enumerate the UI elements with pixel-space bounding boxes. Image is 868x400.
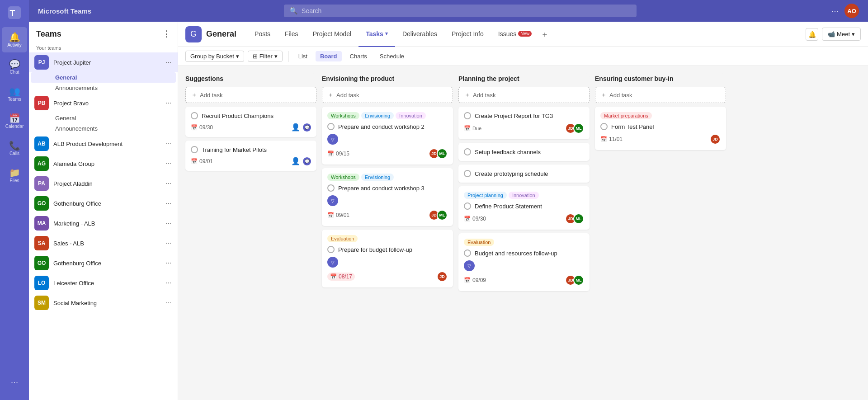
view-board-button[interactable]: Board [316,51,342,61]
team-item-leicester[interactable]: LO Leicester Office ··· [29,273,178,293]
search-input[interactable] [302,7,631,14]
add-task-envisioning[interactable]: ＋ Add task [322,87,453,103]
group-by-button[interactable]: Group by Bucket ▾ [185,51,244,62]
channel-item-announcements[interactable]: Announcements [31,83,176,93]
comment-icon-recruit[interactable]: 💬 [303,123,311,132]
tag-market-prep: Market preparations [600,112,652,119]
assign-icon-training[interactable]: 👤 [291,157,300,165]
team-more-sales[interactable]: ··· [163,238,174,248]
calendar-icon-w2: 📅 [327,151,334,157]
comment-icon-training[interactable]: 💬 [303,157,311,165]
task-card-workshop3[interactable]: Workshops Envisioning Prepare and conduc… [322,168,453,226]
rail-item-files[interactable]: 📁 Files [2,163,27,188]
team-more-gothenburg[interactable]: ··· [163,198,174,208]
task-card-prototype[interactable]: Create prototyping schedule [458,165,590,183]
filter-icon[interactable]: ⋮ [162,29,170,39]
task-card-form-test[interactable]: Market preparations Form Test Panel 📅 11… [595,107,726,150]
channel-item-general-bravo[interactable]: General [31,113,176,123]
task-card-workshop2[interactable]: Workshops Envisioning Innovation Prepare… [322,107,453,165]
team-item-project-jupiter[interactable]: PJ Project Jupiter ··· [29,52,178,72]
rail-item-teams[interactable]: 👥 Teams [2,81,27,107]
team-item-alb-product[interactable]: AB ALB Product Development ··· [29,134,178,154]
add-task-plus-icon: ＋ [191,91,197,99]
team-more-bravo[interactable]: ··· [163,98,174,108]
view-schedule-button[interactable]: Schedule [375,51,409,61]
channel-item-general[interactable]: General [31,72,176,83]
team-item-social[interactable]: SM Social Marketing ··· [29,293,178,313]
view-charts-button[interactable]: Charts [345,51,372,61]
team-item-gothenburg2[interactable]: GO Gothenburg Office ··· [29,253,178,273]
meet-button[interactable]: 📹 Meet ▾ [822,28,861,41]
rail-item-activity[interactable]: 🔔 Activity [2,27,27,52]
assign-icon-recruit[interactable]: 👤 [291,123,300,132]
team-item-aladdin[interactable]: PA Project Aladdin ··· [29,174,178,193]
task-row-recruit: Recruit Product Champions [191,112,311,119]
tab-files[interactable]: Files [278,22,306,47]
avatar-w3-2: ML [437,210,448,221]
rail-item-more[interactable]: ··· [2,369,27,395]
team-more-gothenburg2[interactable]: ··· [163,258,174,268]
task-card-training[interactable]: Training for Market Pilots 📅 09/01 👤 💬 [185,141,316,171]
team-item-alameda[interactable]: AG Alameda Group ··· [29,154,178,174]
tab-project-model[interactable]: Project Model [306,22,359,47]
task-check-budget-resources[interactable] [464,249,471,257]
task-check-budget[interactable] [327,246,335,253]
task-card-budget-resources[interactable]: Evaluation Budget and resources follow-u… [458,233,590,291]
add-task-suggestions[interactable]: ＋ Add task [185,87,316,103]
notification-button[interactable]: 🔔 [806,28,818,41]
task-check-product-statement[interactable] [464,202,471,210]
add-tab-button[interactable]: ＋ [539,27,551,42]
search-box[interactable]: 🔍 [284,5,637,17]
task-card-tg3[interactable]: Create Project Report for TG3 📅 Due JD M… [458,107,590,139]
task-footer-tg3: 📅 Due JD ML [464,123,584,134]
task-check-prototype[interactable] [464,170,471,177]
task-row-budget-resources: Budget and resources follow-up [464,249,584,257]
tab-project-info[interactable]: Project Info [444,22,491,47]
task-card-budget-followup[interactable]: Evaluation Prepare for budget follow-up … [322,230,453,287]
tab-deliverables[interactable]: Deliverables [395,22,444,47]
add-task-ensuring[interactable]: ＋ Add task [595,87,726,103]
avatar-group-budget: JD [437,271,448,282]
team-item-sales-alb[interactable]: SA Sales - ALB ··· [29,233,178,253]
task-card-recruit[interactable]: Recruit Product Champions 📅 09/30 👤 💬 [185,107,316,137]
task-check-workshop3[interactable] [327,184,335,192]
view-list-button[interactable]: List [294,51,312,61]
team-more-leicester[interactable]: ··· [163,278,174,288]
add-task-planning[interactable]: ＋ Add task [458,87,590,103]
task-check-feedback[interactable] [464,148,471,155]
team-more-alameda[interactable]: ··· [163,159,174,169]
team-more-alb[interactable]: ··· [163,139,174,149]
rail-item-calendar[interactable]: 📅 Calendar [2,108,27,134]
ellipsis-icon[interactable]: ⋯ [829,4,841,18]
team-name-jupiter: Project Jupiter [53,59,158,66]
tab-tasks[interactable]: Tasks ▾ [359,22,395,47]
team-item-project-bravo[interactable]: PB Project Bravo ··· [29,93,178,113]
rail-item-calls[interactable]: 📞 Calls [2,136,27,161]
task-date-value-recruit: 09/30 [199,124,213,131]
tab-posts[interactable]: Posts [247,22,278,47]
team-more-aladdin[interactable]: ··· [163,179,174,188]
rail-item-chat[interactable]: 💬 Chat [2,54,27,80]
team-more-marketing[interactable]: ··· [163,218,174,228]
task-check-form-test[interactable] [600,123,608,130]
team-more-jupiter[interactable]: ··· [163,57,174,67]
task-check-training[interactable] [191,146,198,153]
task-check-workshop2[interactable] [327,123,335,130]
team-item-marketing-alb[interactable]: MA Marketing - ALB ··· [29,213,178,233]
filter-button[interactable]: ⊞ Filter ▾ [248,51,283,62]
task-check-tg3[interactable] [464,112,471,119]
task-tags-workshop2: Workshops Envisioning Innovation [327,112,448,119]
comment-dot-budget: ▽ [327,257,338,268]
chat-icon: 💬 [9,60,20,69]
task-check-recruit[interactable] [191,112,198,119]
team-item-gothenburg[interactable]: GO Gothenburg Office ··· [29,193,178,213]
task-card-product-statement[interactable]: Project planning Innovation Define Produ… [458,186,590,230]
user-avatar[interactable]: AO [844,4,859,18]
tab-issues[interactable]: Issues New [491,22,539,47]
toolbar-divider [288,51,288,62]
task-row-form-test: Form Test Panel [600,123,721,130]
comment-dot-br: ▽ [464,260,475,271]
team-more-social[interactable]: ··· [163,298,174,308]
channel-item-announcements-bravo[interactable]: Announcements [31,123,176,134]
task-card-feedback[interactable]: Setup feedback channels [458,143,590,161]
